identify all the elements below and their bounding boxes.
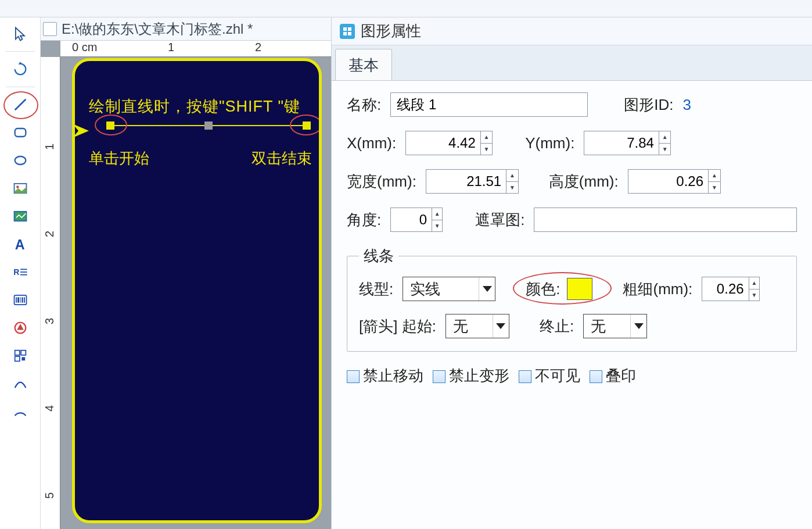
line-tool[interactable] bbox=[8, 92, 33, 117]
spinner-up-icon[interactable]: ▲ bbox=[481, 131, 492, 144]
checkbox-icon[interactable] bbox=[347, 370, 360, 383]
spinner-down-icon[interactable]: ▼ bbox=[709, 182, 720, 194]
top-toolbar-fragment bbox=[0, 0, 812, 17]
annotation-hint: 绘制直线时，按键"SHIFT "键 bbox=[89, 96, 300, 117]
tool-strip: A R bbox=[0, 17, 41, 529]
chk-overprint[interactable]: 叠印 bbox=[590, 366, 636, 386]
arrow-start-combo[interactable]: 无 bbox=[445, 314, 509, 338]
height-input[interactable]: ▲▼ bbox=[628, 169, 721, 194]
canvas-stage[interactable]: 绘制直线时，按键"SHIFT "键 单击开始 双击结束 bbox=[60, 57, 331, 529]
tab-basic[interactable]: 基本 bbox=[335, 49, 392, 80]
x-input[interactable]: ▲▼ bbox=[405, 131, 493, 155]
svg-point-4 bbox=[16, 185, 19, 188]
rich-text-tool[interactable]: R bbox=[8, 259, 33, 285]
ruler-v-3: 3 bbox=[43, 318, 56, 324]
text-tool[interactable]: A bbox=[8, 231, 33, 257]
pointer-tool[interactable] bbox=[8, 21, 33, 47]
line-type-label: 线型: bbox=[359, 279, 393, 299]
annotation-circle-color bbox=[513, 272, 612, 305]
image-tool[interactable] bbox=[8, 176, 33, 201]
drawn-line-object[interactable] bbox=[110, 125, 307, 126]
shape-tool[interactable] bbox=[8, 315, 33, 341]
id-value: 3 bbox=[682, 96, 691, 114]
svg-rect-18 bbox=[15, 351, 19, 355]
arc-tool[interactable] bbox=[8, 399, 33, 424]
svg-point-2 bbox=[15, 156, 26, 165]
line-handle-mid[interactable] bbox=[204, 121, 213, 130]
spinner-up-icon[interactable]: ▲ bbox=[506, 170, 518, 182]
y-input[interactable]: ▲▼ bbox=[584, 131, 671, 155]
annotation-start-label: 单击开始 bbox=[89, 148, 149, 169]
document-tab[interactable]: E:\做的东东\文章木门标签.zhl * bbox=[41, 17, 331, 41]
svg-rect-23 bbox=[348, 27, 351, 31]
checkbox-icon[interactable] bbox=[433, 370, 445, 383]
svg-text:R: R bbox=[13, 267, 19, 277]
rounded-rect-tool[interactable] bbox=[8, 120, 33, 145]
dropdown-arrow-icon[interactable] bbox=[630, 314, 646, 338]
mask-input[interactable] bbox=[534, 208, 797, 232]
document-title: E:\做的东东\文章木门标签.zhl * bbox=[62, 20, 253, 38]
checkbox-icon[interactable] bbox=[519, 370, 531, 383]
curve-tool[interactable] bbox=[8, 371, 33, 396]
properties-panel: 图形属性 基本 名称: 图形ID: 3 X(mm): ▲▼ Y(mm): ▲▼ … bbox=[331, 17, 812, 529]
svg-rect-24 bbox=[343, 32, 347, 35]
chk-no-deform[interactable]: 禁止变形 bbox=[433, 366, 509, 386]
annotation-circle-start bbox=[95, 115, 127, 135]
ruler-v-1: 1 bbox=[43, 144, 56, 150]
arrow-end-combo[interactable]: 无 bbox=[583, 314, 647, 338]
svg-rect-20 bbox=[15, 356, 19, 361]
line-legend: 线条 bbox=[359, 246, 398, 266]
panel-header: 图形属性 bbox=[332, 17, 812, 45]
panel-icon bbox=[340, 24, 355, 39]
y-label: Y(mm): bbox=[525, 134, 574, 152]
width-label: 宽度(mm): bbox=[347, 171, 416, 192]
barcode-tool[interactable] bbox=[8, 287, 33, 313]
spinner-down-icon[interactable]: ▼ bbox=[749, 289, 760, 301]
dropdown-arrow-icon[interactable] bbox=[493, 314, 509, 338]
rotate-tool[interactable] bbox=[8, 56, 33, 82]
line-type-combo[interactable]: 实线 bbox=[403, 277, 495, 301]
svg-rect-1 bbox=[15, 128, 26, 137]
annotation-end-label: 双击结束 bbox=[251, 148, 312, 169]
tabs-row: 基本 bbox=[332, 45, 812, 81]
spinner-down-icon[interactable]: ▼ bbox=[506, 182, 518, 194]
svg-line-0 bbox=[15, 99, 26, 110]
qr-tool[interactable] bbox=[8, 343, 33, 369]
name-input[interactable] bbox=[390, 92, 588, 117]
line-fieldset: 线条 线型: 实线 颜色: 粗细(mm): ▲▼ [箭头] 起始: bbox=[347, 246, 797, 352]
arrow-end-label: 终止: bbox=[540, 316, 574, 337]
ruler-v-2: 2 bbox=[43, 231, 56, 237]
ruler-h-0: 0 cm bbox=[72, 41, 97, 54]
checkbox-icon[interactable] bbox=[590, 370, 602, 383]
ruler-horizontal: 0 cm 1 2 bbox=[60, 41, 331, 57]
spinner-down-icon[interactable]: ▼ bbox=[481, 144, 492, 155]
thickness-input[interactable]: ▲▼ bbox=[702, 277, 760, 301]
ellipse-tool[interactable] bbox=[8, 148, 33, 173]
design-area: E:\做的东东\文章木门标签.zhl * 0 cm 1 2 1 2 3 4 5 bbox=[41, 17, 331, 529]
dropdown-arrow-icon[interactable] bbox=[479, 277, 495, 301]
ruler-vertical: 1 2 3 4 5 bbox=[41, 57, 60, 529]
thickness-label: 粗细(mm): bbox=[623, 279, 692, 299]
angle-input[interactable]: ▲▼ bbox=[390, 208, 443, 232]
panel-title: 图形属性 bbox=[361, 21, 421, 41]
angle-label: 角度: bbox=[347, 210, 381, 230]
spinner-up-icon[interactable]: ▲ bbox=[659, 131, 670, 144]
chk-invisible[interactable]: 不可见 bbox=[519, 366, 580, 386]
spinner-up-icon[interactable]: ▲ bbox=[709, 170, 720, 182]
spinner-down-icon[interactable]: ▼ bbox=[432, 220, 442, 232]
image-link-tool[interactable] bbox=[8, 203, 33, 229]
ruler-h-1: 1 bbox=[168, 41, 174, 54]
id-label: 图形ID: bbox=[624, 95, 673, 115]
color-group: 颜色: bbox=[526, 278, 592, 300]
ruler-v-5: 5 bbox=[43, 492, 56, 499]
chk-no-move[interactable]: 禁止移动 bbox=[347, 366, 423, 386]
spinner-up-icon[interactable]: ▲ bbox=[749, 277, 760, 289]
svg-rect-22 bbox=[343, 27, 347, 31]
mask-label: 遮罩图: bbox=[475, 210, 524, 230]
arrow-start-label: [箭头] 起始: bbox=[359, 316, 436, 337]
width-input[interactable]: ▲▼ bbox=[426, 169, 519, 194]
spinner-up-icon[interactable]: ▲ bbox=[432, 208, 442, 220]
form-area: 名称: 图形ID: 3 X(mm): ▲▼ Y(mm): ▲▼ 宽度(mm): … bbox=[332, 81, 812, 398]
name-label: 名称: bbox=[347, 95, 381, 115]
spinner-down-icon[interactable]: ▼ bbox=[659, 144, 670, 155]
